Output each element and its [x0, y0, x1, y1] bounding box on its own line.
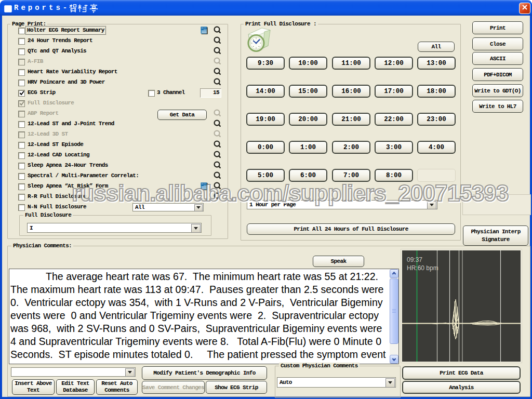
svg-text:HR:60 bpm: HR:60 bpm: [407, 264, 438, 272]
svg-text:09:37: 09:37: [407, 256, 422, 263]
